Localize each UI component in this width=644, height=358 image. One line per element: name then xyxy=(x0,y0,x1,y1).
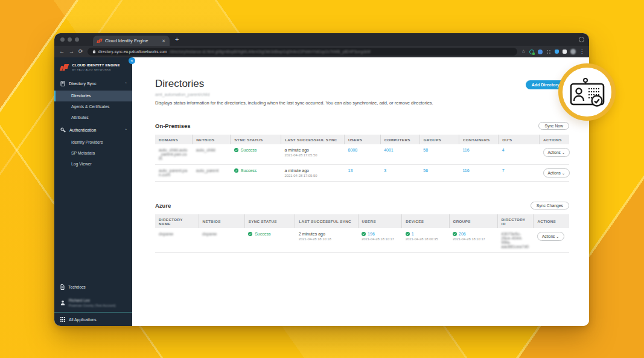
maximize-window-button[interactable] xyxy=(75,37,79,42)
col-sync-status: Sync Status xyxy=(244,214,295,228)
profile-avatar[interactable] xyxy=(570,49,576,54)
col-sync-status: Sync Status xyxy=(231,135,281,144)
computers-count-link[interactable]: 3 xyxy=(384,168,386,173)
sidebar-item-all-applications[interactable]: All Applications xyxy=(54,313,132,326)
groups-count-link[interactable]: 206 xyxy=(459,232,466,236)
netbios-cell: dxpanw xyxy=(199,228,244,253)
col-last-successful-sync: Last Successful Sync xyxy=(281,135,345,144)
sidebar-section-authentication[interactable]: Authentication ⌃ xyxy=(54,123,132,137)
actions-button[interactable]: Actions ⌄ xyxy=(543,168,570,177)
shield-extension-icon[interactable] xyxy=(555,50,559,54)
user-account[interactable]: Richard Lee Pearman County (Test Account… xyxy=(54,294,132,313)
success-check-icon xyxy=(234,148,238,152)
sync-relative-time: 2 minutes ago xyxy=(299,232,354,236)
users-count-link[interactable]: 13 xyxy=(348,168,352,173)
domain-cell: auto_parent.pan.com xyxy=(155,165,193,182)
back-icon[interactable]: ← xyxy=(59,49,65,54)
reload-icon[interactable]: ⟳ xyxy=(78,49,83,54)
sync-now-button[interactable]: Sync Now xyxy=(538,122,569,130)
success-check-icon xyxy=(453,232,457,236)
sync-timestamp: 2021-04-28 17:05:50 xyxy=(285,174,341,177)
palo-alto-logo-icon xyxy=(60,64,69,71)
new-tab-button[interactable]: + xyxy=(175,36,179,43)
groups-count-link[interactable]: 56 xyxy=(423,168,428,173)
bookmark-star-icon[interactable]: ☆ xyxy=(521,49,526,54)
sync-extension-icon[interactable] xyxy=(529,50,534,54)
azure-table: Directory Name NetBIOS Sync Status Last … xyxy=(155,214,569,253)
status-badge: Success xyxy=(234,148,278,152)
sidebar-item-log-viewer[interactable]: Log Viewer xyxy=(54,159,132,170)
on-premises-section: On-Premises Sync Now Domains NetBIO xyxy=(155,122,569,182)
users-count-link[interactable]: 196 xyxy=(368,232,375,236)
actions-button[interactable]: Actions ⌄ xyxy=(537,232,564,241)
col-users: Users xyxy=(344,135,380,144)
sidebar-collapse-button[interactable]: « xyxy=(129,57,135,64)
browser-tab[interactable]: Cloud Identity Engine ✕ xyxy=(93,36,170,46)
close-window-button[interactable] xyxy=(60,37,65,42)
sidebar-item-agents-certificates[interactable]: Agents & Certificates xyxy=(54,101,132,112)
app-logo: CLOUD IDENTITY ENGINE BY PALO ALTO NETWO… xyxy=(54,57,132,77)
browser-menu-icon[interactable]: ⋮ xyxy=(579,49,584,54)
page-description: Displays status information for the dire… xyxy=(155,100,569,106)
browser-window: Cloud Identity Engine ✕ + ← → ⟳ director… xyxy=(54,33,589,326)
app-logo-subtitle: BY PALO ALTO NETWORKS xyxy=(72,68,120,71)
col-last-successful-sync: Last Successful Sync xyxy=(295,214,358,228)
containers-count-link[interactable]: 116 xyxy=(462,148,469,152)
devices-count-link[interactable]: 1 xyxy=(412,232,414,236)
key-icon xyxy=(60,127,66,133)
ous-count-link[interactable]: 7 xyxy=(502,168,505,173)
sync-relative-time: a minute ago xyxy=(285,148,341,152)
status-badge: Success xyxy=(248,232,292,236)
all-applications-label: All Applications xyxy=(69,318,97,322)
blue-extension-icon[interactable] xyxy=(538,50,543,54)
url-path-blurred: /directory/instance-id.html.gl/8gmBsyB09… xyxy=(170,50,371,54)
address-bar[interactable]: directory-sync.eu.paloaltonetworks.com /… xyxy=(88,48,517,56)
toolbar-extensions: ☆ ⋮ xyxy=(521,49,584,54)
tab-search-button[interactable] xyxy=(579,37,584,42)
sync-changes-button[interactable]: Sync Changes xyxy=(531,202,569,209)
actions-button[interactable]: Actions ⌄ xyxy=(543,148,570,157)
sidebar: CLOUD IDENTITY ENGINE BY PALO ALTO NETWO… xyxy=(54,57,132,326)
on-premises-title: On-Premises xyxy=(155,123,191,129)
tab-close-icon[interactable]: ✕ xyxy=(162,39,165,43)
sidebar-section-directory-sync[interactable]: Directory Sync ⌃ xyxy=(54,77,132,91)
chevron-down-icon: ⌄ xyxy=(562,150,565,155)
document-icon xyxy=(60,284,65,290)
sidebar-item-directories[interactable]: Directories xyxy=(54,91,132,101)
forward-icon[interactable]: → xyxy=(69,49,74,54)
col-containers: Containers xyxy=(459,135,498,144)
techdocs-label: Techdocs xyxy=(68,285,86,289)
tab-title: Cloud Identity Engine xyxy=(105,38,159,43)
col-users: Users xyxy=(358,214,402,228)
sidebar-item-identity-providers[interactable]: Identity Providers xyxy=(54,137,132,148)
computers-count-link[interactable]: 4001 xyxy=(384,148,394,152)
extensions-puzzle-icon[interactable] xyxy=(563,50,567,54)
containers-count-link[interactable]: 116 xyxy=(462,168,469,173)
lock-icon xyxy=(92,50,96,54)
success-check-icon xyxy=(248,232,252,236)
users-timestamp: 2021-04-28 18:10:17 xyxy=(362,237,398,241)
groups-count-link[interactable]: 58 xyxy=(423,148,428,152)
azure-header-row: Directory Name NetBIOS Sync Status Last … xyxy=(155,214,569,228)
user-name: Richard Lee xyxy=(69,298,116,302)
url-domain: directory-sync.eu.paloaltonetworks.com xyxy=(98,50,167,54)
sidebar-item-sp-metadata[interactable]: SP Metadata xyxy=(54,148,132,159)
col-netbios: NetBIOS xyxy=(199,214,244,228)
page-title: Directories xyxy=(155,78,569,90)
sidebar-item-attributes[interactable]: Attributes xyxy=(54,112,132,123)
table-row: auto_parent.pan.com auto_parent Success … xyxy=(155,165,569,182)
sync-timestamp: 2021-04-28 18:10:18 xyxy=(299,237,354,241)
on-premises-table: Domains NetBIOS Sync Status Last Success… xyxy=(155,135,569,182)
window-controls[interactable] xyxy=(60,37,79,42)
app-content: « CLOUD IDENTITY ENGINE BY PALO ALTO NET… xyxy=(54,57,589,326)
minimize-window-button[interactable] xyxy=(68,37,72,42)
users-count-link[interactable]: 8008 xyxy=(348,148,357,152)
app-logo-title: CLOUD IDENTITY ENGINE xyxy=(72,63,120,67)
success-check-icon xyxy=(362,232,366,236)
col-devices: Devices xyxy=(402,214,449,228)
chevron-up-icon: ⌃ xyxy=(124,82,127,86)
sidebar-item-techdocs[interactable]: Techdocs xyxy=(54,280,132,294)
ous-count-link[interactable]: 4 xyxy=(502,148,505,152)
sidebar-section-label: Directory Sync xyxy=(69,82,97,86)
grid-extension-icon[interactable] xyxy=(546,50,551,54)
